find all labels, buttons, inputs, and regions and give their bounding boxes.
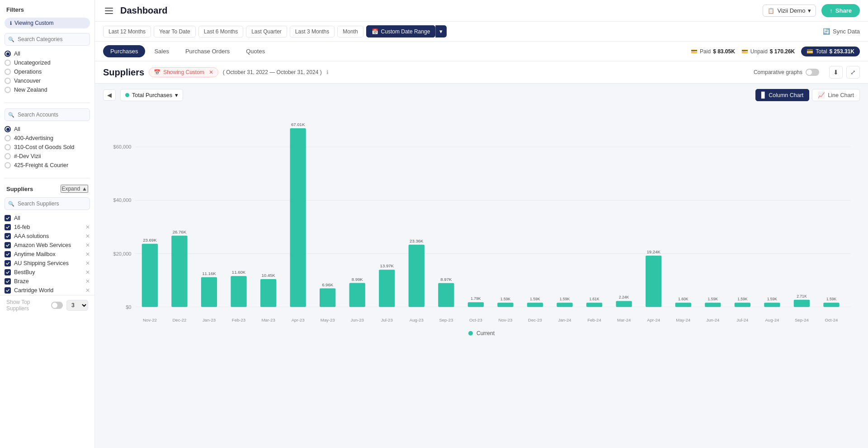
show-top-toggle[interactable] (51, 302, 63, 309)
prev-arrow-button[interactable]: ◀ (103, 89, 116, 101)
top-num-select[interactable]: 3510 (66, 300, 88, 311)
supplier-16feb[interactable]: 16-feb ✕ (0, 223, 94, 232)
svg-text:1.59K: 1.59K (826, 297, 837, 301)
svg-text:Dec-23: Dec-23 (528, 317, 542, 322)
custom-date-btn[interactable]: 📅 Custom Date Range (366, 25, 436, 37)
svg-text:1.59K: 1.59K (737, 297, 748, 301)
wallet-icon: 💳 (691, 48, 698, 55)
svg-text:$20,000: $20,000 (113, 251, 131, 257)
download-button[interactable]: ⬇ (829, 66, 843, 79)
remove-16feb-button[interactable]: ✕ (85, 224, 90, 230)
radio-all (5, 51, 11, 57)
suppliers-search-box: 🔍 (5, 197, 90, 210)
supplier-bestbuy[interactable]: BestBuy ✕ (0, 268, 94, 277)
tab-sales[interactable]: Sales (147, 45, 176, 57)
chart-title: Suppliers (103, 67, 144, 78)
last-12-months-btn[interactable]: Last 12 Months (103, 26, 151, 37)
user-selector[interactable]: 📋 Vizii Demo ▾ (763, 5, 816, 17)
checkbox-anytime (5, 251, 11, 257)
chart-nav: ◀ Total Purchases ▾ (103, 89, 183, 101)
remove-custom-btn[interactable]: ✕ (209, 69, 213, 75)
categories-search-box: 🔍 (5, 33, 90, 46)
account-425[interactable]: 425-Freight & Courier (5, 161, 90, 170)
radio-425 (5, 162, 11, 168)
supplier-au-shipping[interactable]: AU Shipping Services ✕ (0, 259, 94, 268)
checkbox-amazon (5, 242, 11, 248)
category-uncategorized[interactable]: Uncategorized (5, 58, 90, 67)
supplier-aaa[interactable]: AAA solutions ✕ (0, 232, 94, 241)
search-categories-input[interactable] (5, 33, 90, 46)
svg-text:Sep-23: Sep-23 (439, 317, 453, 322)
category-vancouver[interactable]: Vancouver (5, 76, 90, 85)
checkbox-cartridge (5, 287, 11, 294)
remove-bestbuy-button[interactable]: ✕ (85, 269, 90, 275)
search-accounts-icon: 🔍 (8, 112, 14, 118)
supplier-cartridge[interactable]: Cartridge World ✕ (0, 286, 94, 295)
account-400[interactable]: 400-Advertising (5, 134, 90, 143)
topbar: Dashboard 📋 Vizii Demo ▾ ↑ Share (95, 0, 868, 22)
category-operations[interactable]: Operations (5, 67, 90, 76)
supplier-braze[interactable]: Braze ✕ (0, 277, 94, 286)
custom-date-label: Custom Date Range (381, 28, 430, 35)
last-quarter-btn[interactable]: Last Quarter (246, 26, 287, 37)
category-all[interactable]: All (5, 49, 90, 58)
remove-braze-button[interactable]: ✕ (85, 278, 90, 285)
svg-text:Nov-22: Nov-22 (143, 317, 157, 322)
column-chart-button[interactable]: ▊ Column Chart (755, 89, 809, 101)
share-label: Share (835, 7, 852, 14)
month-btn[interactable]: Month (337, 26, 363, 37)
svg-text:6.96K: 6.96K (322, 282, 334, 287)
svg-text:Mar-23: Mar-23 (261, 317, 275, 322)
main-content: Dashboard 📋 Vizii Demo ▾ ↑ Share Last 12… (95, 0, 868, 448)
expand-button[interactable]: Expand ▲ (61, 185, 88, 193)
svg-rect-34 (379, 270, 395, 307)
tab-purchase-orders[interactable]: Purchase Orders (178, 45, 237, 57)
search-accounts-input[interactable] (5, 108, 90, 121)
search-suppliers-input[interactable] (5, 197, 90, 210)
supplier-all[interactable]: All (0, 214, 94, 223)
account-dev-vizii[interactable]: #-Dev Vizii (5, 152, 90, 161)
svg-rect-70 (735, 303, 750, 307)
svg-text:1.59K: 1.59K (708, 297, 718, 301)
svg-text:23.36K: 23.36K (410, 238, 424, 243)
chart-actions: ⬇ ⤢ (829, 66, 860, 79)
supplier-amazon[interactable]: Amazon Web Services ✕ (0, 241, 94, 250)
svg-rect-28 (320, 289, 335, 307)
sync-data-button[interactable]: 🔄 Sync Data (823, 28, 860, 35)
remove-anytime-button[interactable]: ✕ (85, 251, 90, 257)
remove-au-shipping-button[interactable]: ✕ (85, 260, 90, 266)
share-button[interactable]: ↑ Share (821, 4, 860, 17)
column-chart-icon: ▊ (761, 92, 766, 98)
svg-text:11.60K: 11.60K (232, 270, 246, 275)
category-new-zealand[interactable]: New Zealand (5, 85, 90, 94)
line-chart-button[interactable]: 📈 Line Chart (812, 89, 860, 101)
supplier-anytime[interactable]: Anytime Mailbox ✕ (0, 250, 94, 259)
account-all[interactable]: All (5, 125, 90, 134)
comp-graphs-switch[interactable] (806, 69, 819, 76)
svg-text:26.76K: 26.76K (173, 229, 187, 234)
expand-chart-button[interactable]: ⤢ (846, 66, 860, 79)
radio-new-zealand (5, 87, 11, 93)
chart-type-buttons: ▊ Column Chart 📈 Line Chart (755, 89, 860, 101)
last-3-months-btn[interactable]: Last 3 Months (290, 26, 335, 37)
date-filters: Last 12 Months Year To Date Last 6 Month… (103, 25, 447, 37)
svg-text:Jul-23: Jul-23 (381, 317, 393, 322)
remove-amazon-button[interactable]: ✕ (85, 242, 90, 248)
sidebar: Filters ℹ Viewing Custom 🔍 All Uncategor… (0, 0, 95, 448)
account-310[interactable]: 310-Cost of Goods Sold (5, 143, 90, 152)
tab-purchases[interactable]: Purchases (103, 45, 145, 57)
user-icon: 📋 (768, 8, 774, 14)
hamburger-menu[interactable] (103, 6, 115, 16)
tab-quotes[interactable]: Quotes (239, 45, 272, 57)
svg-rect-43 (468, 302, 484, 307)
year-to-date-btn[interactable]: Year To Date (154, 26, 196, 37)
metric-selector[interactable]: Total Purchases ▾ (120, 89, 183, 101)
custom-date-dropdown-btn[interactable]: ▾ (435, 25, 447, 37)
svg-rect-31 (349, 283, 365, 307)
remove-cartridge-button[interactable]: ✕ (85, 287, 90, 294)
remove-aaa-button[interactable]: ✕ (85, 233, 90, 239)
line-chart-icon: 📈 (818, 92, 825, 98)
svg-text:1.59K: 1.59K (767, 297, 778, 301)
svg-rect-13 (171, 236, 187, 307)
last-6-months-btn[interactable]: Last 6 Months (198, 26, 243, 37)
